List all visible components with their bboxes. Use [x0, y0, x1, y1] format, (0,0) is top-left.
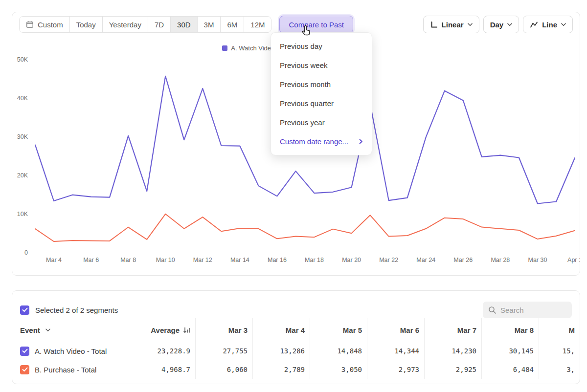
range-button-30d[interactable]: 30D — [170, 17, 197, 32]
x-axis-tick: Mar 10 — [156, 257, 175, 263]
segments-card: Selected 2 of 2 segments Event Average M… — [12, 290, 580, 384]
x-axis-tick: Mar 28 — [491, 257, 510, 263]
check-icon — [22, 367, 28, 372]
x-axis-tick: Mar 4 — [46, 257, 62, 263]
value-cell: 3,050 — [310, 360, 367, 379]
search-input[interactable] — [500, 306, 565, 314]
value-cell: 14,344 — [367, 342, 424, 360]
value-cell: 6,060 — [195, 360, 252, 379]
x-axis-tick: Mar 20 — [342, 257, 361, 263]
x-axis-tick: Mar 6 — [83, 257, 99, 263]
range-button-3m[interactable]: 3M — [197, 17, 221, 32]
value-cell: 30,145 — [481, 342, 539, 360]
range-button-yesterday[interactable]: Yesterday — [102, 17, 148, 32]
x-axis-tick: Mar 18 — [305, 257, 324, 263]
average-column-header[interactable]: Average — [130, 318, 195, 342]
date-column-header: Mar 7 — [424, 318, 481, 342]
menu-item-previous-quarter[interactable]: Previous quarter — [271, 94, 372, 113]
selected-count-label: Selected 2 of 2 segments — [35, 306, 118, 314]
average-header-label: Average — [151, 326, 180, 334]
calendar-icon — [26, 21, 34, 28]
chart-controls: Linear Day Line — [423, 16, 573, 33]
custom-date-range-label: Custom date range... — [280, 137, 348, 146]
segments-header: Selected 2 of 2 segments — [12, 291, 580, 318]
value-cell: 14,848 — [310, 342, 367, 360]
range-button-12m[interactable]: 12M — [244, 17, 271, 32]
custom-range-button[interactable]: Custom — [20, 17, 69, 32]
y-axis-tick: 10K — [17, 211, 28, 218]
date-column-header: Mar 8 — [481, 318, 539, 342]
compare-menu: Previous day Previous week Previous mont… — [271, 32, 372, 155]
interval-label: Day — [490, 21, 504, 29]
chevron-down-icon — [561, 23, 566, 26]
search-box[interactable] — [483, 302, 572, 318]
axis-icon — [430, 21, 438, 28]
date-column-header: Mar 4 — [252, 318, 310, 342]
sort-descending-icon — [183, 327, 190, 334]
segments-table: Event Average Mar 3 Mar 4 Mar 5 Mar 6 Ma… — [12, 318, 580, 379]
menu-item-previous-year[interactable]: Previous year — [271, 113, 372, 132]
compare-to-past-button[interactable]: Compare to Past — [279, 16, 353, 33]
range-button-today[interactable]: Today — [69, 17, 102, 32]
x-axis-tick: Mar 26 — [453, 257, 473, 263]
x-axis-tick: Mar 8 — [120, 257, 136, 263]
menu-item-custom-date-range[interactable]: Custom date range... — [271, 132, 372, 151]
x-axis-tick: Mar 24 — [416, 257, 435, 263]
x-axis-tick: Apr 1 — [567, 257, 580, 263]
x-axis-tick: Mar 16 — [268, 257, 287, 263]
segment-row-watch-video: A. Watch Video - Total — [12, 342, 130, 360]
segment-label: B. Purchase - Total — [35, 366, 96, 374]
segment-checkbox[interactable] — [20, 365, 29, 374]
chevron-right-icon — [359, 139, 363, 144]
segment-checkbox[interactable] — [20, 347, 29, 356]
line-chart-icon — [530, 21, 538, 28]
y-axis-tick: 40K — [17, 95, 28, 102]
average-cell: 23,228.9 — [130, 342, 195, 360]
date-column-header: Mar 6 — [367, 318, 424, 342]
check-icon — [22, 307, 28, 312]
date-column-header: Mar 5 — [310, 318, 367, 342]
event-header-label: Event — [20, 326, 40, 334]
value-cell: 13,286 — [252, 342, 310, 360]
y-scale-label: Linear — [442, 21, 464, 29]
value-cell: 14,230 — [424, 342, 481, 360]
x-axis-tick: Mar 30 — [528, 257, 547, 263]
range-button-6m[interactable]: 6M — [220, 17, 244, 32]
x-axis-tick: Mar 14 — [230, 257, 249, 263]
y-axis-tick: 20K — [17, 172, 28, 179]
series-line-1[interactable] — [35, 214, 575, 241]
value-cell: 15, — [539, 342, 580, 360]
chevron-down-icon — [45, 328, 50, 332]
value-cell: 3, — [539, 360, 580, 379]
y-axis-tick: 0 — [24, 249, 28, 256]
menu-item-previous-week[interactable]: Previous week — [271, 56, 372, 75]
segment-label: A. Watch Video - Total — [35, 347, 107, 355]
value-cell: 2,973 — [367, 360, 424, 379]
interval-select[interactable]: Day — [483, 16, 519, 33]
value-cell: 2,789 — [252, 360, 310, 379]
average-cell: 4,968.7 — [130, 360, 195, 379]
chevron-down-icon — [468, 23, 473, 26]
custom-range-label: Custom — [38, 21, 63, 29]
date-column-header: Mar 3 — [195, 318, 252, 342]
value-cell: 6,484 — [481, 360, 539, 379]
check-icon — [22, 348, 28, 353]
range-button-7d[interactable]: 7D — [148, 17, 170, 32]
event-column-header[interactable]: Event — [12, 318, 130, 342]
menu-item-previous-month[interactable]: Previous month — [271, 75, 372, 94]
chart-type-select[interactable]: Line — [523, 16, 573, 33]
date-column-header: M — [539, 318, 580, 342]
segment-row-purchase: B. Purchase - Total — [12, 360, 130, 379]
chevron-down-icon — [507, 23, 512, 26]
y-scale-select[interactable]: Linear — [423, 16, 479, 33]
value-cell: 27,755 — [195, 342, 252, 360]
search-icon — [488, 306, 497, 314]
date-range-group: Custom Today Yesterday 7D 30D 3M 6M 12M — [19, 16, 271, 33]
value-cell: 2,925 — [424, 360, 481, 379]
y-axis-tick: 50K — [17, 56, 28, 63]
menu-item-previous-day[interactable]: Previous day — [271, 37, 372, 56]
y-axis-tick: 30K — [17, 133, 28, 140]
select-all-checkbox[interactable] — [20, 305, 29, 315]
x-axis-tick: Mar 12 — [193, 257, 212, 263]
x-axis-tick: Mar 22 — [379, 257, 398, 263]
